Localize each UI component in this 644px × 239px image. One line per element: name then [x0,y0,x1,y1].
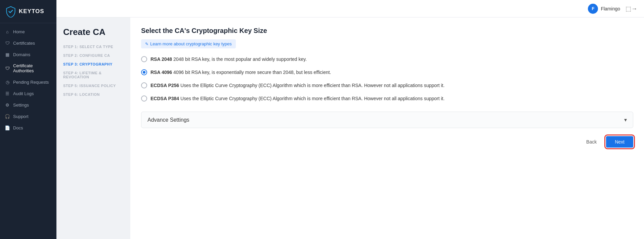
radio-rsa4096[interactable] [141,69,147,75]
sidebar-item-pending-requests[interactable]: ◷ Pending Requests [0,76,56,88]
radio-name-ecdsap384: ECDSA P384 [151,96,179,101]
sidebar-item-ca-label: Certificate Authorities [13,63,52,73]
steps-panel: Create CA Step 1: Select CA Type Step 2:… [56,17,130,239]
sidebar-item-settings-label: Settings [13,103,29,108]
shield-icon: 🛡 [5,40,10,46]
sidebar-item-support-label: Support [13,114,29,119]
logout-icon[interactable]: ⬚→ [626,5,637,12]
list-icon: ☰ [5,91,10,96]
radio-label-ecdsap384: ECDSA P384 Uses the Elliptic Curve Crypt… [151,95,444,102]
chevron-down-icon: ▾ [624,117,627,123]
content-area: Create CA Step 1: Select CA Type Step 2:… [56,17,644,239]
sidebar-item-settings[interactable]: ⚙ Settings [0,99,56,111]
next-button[interactable]: Next [606,136,633,148]
avatar: F [588,4,598,14]
step-1: Step 1: Select CA Type [63,45,124,49]
grid-icon: ▦ [5,52,10,57]
form-panel: Select the CA's Cryptographic Key Size ✎… [130,17,644,239]
radio-ecdsap256[interactable] [141,82,147,88]
radio-name-ecdsap256: ECDSA P256 [151,83,179,88]
sidebar-item-certificates[interactable]: 🛡 Certificates [0,37,56,49]
learn-more-link[interactable]: ✎ Learn more about cryptographic key typ… [141,39,236,48]
step-5: Step 5: Issuance Policy [63,84,124,88]
radio-option-rsa4096[interactable]: RSA 4096 4096 bit RSA key, is exponentia… [141,69,633,76]
back-button[interactable]: Back [582,136,601,147]
brand-name: KEYTOS [19,8,44,15]
action-bar: Back Next [141,136,633,148]
external-link-icon: ✎ [145,42,148,46]
radio-name-rsa2048: RSA 2048 [151,56,172,62]
sidebar-item-audit-logs[interactable]: ☰ Audit Logs [0,88,56,99]
step-2: Step 2: Configure CA [63,53,124,57]
step-4: Step 4: Lifetime & Revocation [63,71,124,79]
sidebar-item-docs-label: Docs [13,125,23,130]
gear-icon: ⚙ [5,102,10,108]
create-ca-title: Create CA [63,27,124,37]
logo: KEYTOS [0,0,56,23]
sidebar-item-certificate-authorities[interactable]: 🛡 Certificate Authorities [0,60,56,76]
radio-name-rsa4096: RSA 4096 [151,70,172,75]
radio-rsa2048[interactable] [141,56,147,62]
sidebar: KEYTOS ⌂ Home 🛡 Certificates ▦ Domains 🛡… [0,0,56,239]
sidebar-item-support[interactable]: 🎧 Support [0,111,56,122]
radio-ecdsap384[interactable] [141,95,147,102]
clock-icon: ◷ [5,79,10,85]
radio-group: RSA 2048 2048 bit RSA key, is the most p… [141,56,633,102]
sidebar-item-audit-label: Audit Logs [13,91,34,96]
learn-more-text: Learn more about cryptographic key types [150,41,232,46]
radio-label-rsa2048: RSA 2048 2048 bit RSA key, is the most p… [151,56,307,63]
step-6: Step 6: Location [63,92,124,96]
logo-icon [5,5,17,17]
avatar-initial: F [592,6,594,11]
radio-label-rsa4096: RSA 4096 4096 bit RSA key, is exponentia… [151,69,331,76]
sidebar-item-certificates-label: Certificates [13,41,35,46]
step-3: Step 3: Cryptography [63,62,124,66]
advance-settings-toggle[interactable]: Advance Settings ▾ [141,112,633,128]
radio-option-ecdsap384[interactable]: ECDSA P384 Uses the Elliptic Curve Crypt… [141,95,633,102]
sidebar-item-home-label: Home [13,29,25,34]
shield-check-icon: 🛡 [5,66,10,71]
doc-icon: 📄 [5,125,10,130]
user-name: Flamingo [601,6,620,11]
sidebar-item-domains[interactable]: ▦ Domains [0,49,56,60]
sidebar-item-domains-label: Domains [13,52,30,57]
advance-settings-label: Advance Settings [147,117,189,123]
headset-icon: 🎧 [5,114,10,119]
form-title: Select the CA's Cryptographic Key Size [141,27,633,35]
radio-label-ecdsap256: ECDSA P256 Uses the Elliptic Curve Crypt… [151,82,444,89]
sidebar-nav: ⌂ Home 🛡 Certificates ▦ Domains 🛡 Certif… [0,23,56,239]
sidebar-item-home[interactable]: ⌂ Home [0,26,56,37]
header: F Flamingo ⬚→ [56,0,644,17]
radio-option-rsa2048[interactable]: RSA 2048 2048 bit RSA key, is the most p… [141,56,633,63]
radio-option-ecdsap256[interactable]: ECDSA P256 Uses the Elliptic Curve Crypt… [141,82,633,89]
home-icon: ⌂ [5,29,10,34]
main-area: F Flamingo ⬚→ Create CA Step 1: Select C… [56,0,644,239]
sidebar-item-pending-label: Pending Requests [13,80,49,85]
user-badge: F Flamingo [588,4,620,14]
sidebar-item-docs[interactable]: 📄 Docs [0,122,56,133]
